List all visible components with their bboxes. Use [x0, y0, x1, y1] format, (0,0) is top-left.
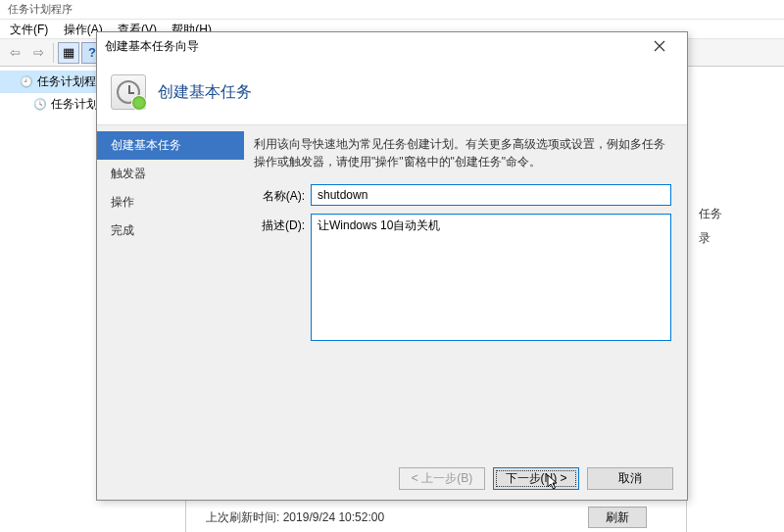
nav-forward-button[interactable]: ⇨ — [27, 42, 49, 64]
wizard-intro: 利用该向导快速地为常见任务创建计划。有关更多高级选项或设置，例如多任务操作或触发… — [254, 135, 671, 170]
description-row: 描述(D): — [254, 214, 671, 341]
clock-icon: 🕘 — [20, 75, 33, 89]
menu-file[interactable]: 文件(F) — [4, 21, 54, 38]
dialog-content: 创建基本任务 触发器 操作 完成 利用该向导快速地为常见任务创建计划。有关更多高… — [97, 124, 687, 457]
name-input[interactable] — [311, 184, 671, 206]
app-title: 任务计划程序 — [8, 3, 73, 15]
description-label: 描述(D): — [254, 214, 311, 234]
last-refresh-value: 2019/9/24 10:52:00 — [283, 510, 384, 524]
step-create-basic-task[interactable]: 创建基本任务 — [97, 131, 244, 160]
status-bar: 上次刷新时间: 2019/9/24 10:52:00 — [206, 509, 384, 526]
toolbar-btn-1[interactable]: ▦ — [58, 42, 79, 64]
name-row: 名称(A): — [254, 184, 671, 206]
back-button: < 上一步(B) — [399, 467, 485, 490]
dialog-header-title: 创建基本任务 — [158, 82, 252, 103]
dialog-titlebar[interactable]: 创建基本任务向导 — [97, 32, 687, 60]
step-trigger[interactable]: 触发器 — [97, 160, 244, 188]
clock-icon — [117, 80, 140, 104]
dialog-title: 创建基本任务向导 — [105, 38, 199, 55]
cancel-button[interactable]: 取消 — [587, 467, 673, 490]
wizard-main: 利用该向导快速地为常见任务创建计划。有关更多高级选项或设置，例如多任务操作或触发… — [244, 125, 687, 457]
nav-back-button[interactable]: ⇦ — [4, 42, 25, 64]
dialog-header: 创建基本任务 — [97, 60, 687, 124]
folder-icon: 🕓 — [33, 98, 47, 112]
wizard-steps: 创建基本任务 触发器 操作 完成 — [97, 125, 244, 457]
create-basic-task-wizard: 创建基本任务向导 创建基本任务 创建基本任务 触发器 操作 完成 利用该向导快速… — [96, 31, 688, 501]
close-icon — [654, 40, 665, 52]
description-input[interactable] — [311, 214, 671, 341]
name-label: 名称(A): — [254, 184, 311, 205]
refresh-button[interactable]: 刷新 — [588, 507, 647, 528]
action-item-2[interactable]: 录 — [699, 226, 772, 251]
step-finish[interactable]: 完成 — [97, 217, 244, 245]
app-titlebar: 任务计划程序 — [0, 0, 784, 20]
dialog-button-bar: < 上一步(B) 下一步(N) > 取消 — [97, 457, 687, 500]
next-button[interactable]: 下一步(N) > — [493, 467, 579, 490]
close-button[interactable] — [640, 34, 679, 58]
action-item-1[interactable]: 任务 — [699, 202, 772, 226]
actions-panel: 任务 录 — [686, 67, 784, 532]
last-refresh-label: 上次刷新时间: — [206, 510, 279, 524]
toolbar-divider — [53, 43, 54, 63]
wizard-icon — [111, 74, 146, 110]
step-action[interactable]: 操作 — [97, 188, 244, 217]
